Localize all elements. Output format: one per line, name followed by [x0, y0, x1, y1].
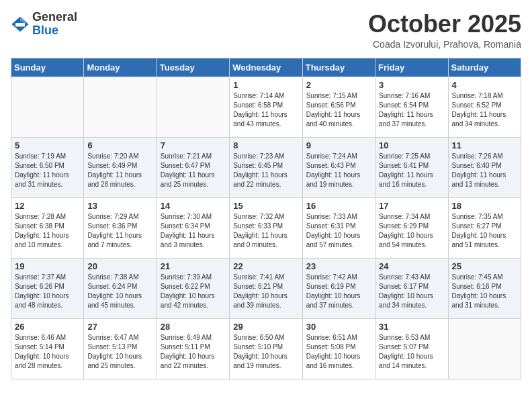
day-number: 1: [233, 80, 298, 90]
day-number: 27: [87, 322, 152, 332]
calendar-header-row: SundayMondayTuesdayWednesdayThursdayFrid…: [11, 58, 521, 77]
day-number: 14: [161, 201, 226, 211]
day-info: Sunrise: 7:45 AM Sunset: 6:16 PM Dayligh…: [452, 273, 517, 310]
calendar-week-row: 19Sunrise: 7:37 AM Sunset: 6:26 PM Dayli…: [11, 258, 521, 318]
day-info: Sunrise: 7:24 AM Sunset: 6:43 PM Dayligh…: [306, 152, 371, 189]
day-info: Sunrise: 7:26 AM Sunset: 6:40 PM Dayligh…: [452, 152, 517, 189]
calendar-cell: 9Sunrise: 7:24 AM Sunset: 6:43 PM Daylig…: [302, 137, 375, 197]
calendar-week-row: 12Sunrise: 7:28 AM Sunset: 6:38 PM Dayli…: [11, 197, 521, 258]
day-info: Sunrise: 7:32 AM Sunset: 6:33 PM Dayligh…: [233, 212, 298, 250]
day-info: Sunrise: 7:14 AM Sunset: 6:58 PM Dayligh…: [233, 91, 298, 129]
day-info: Sunrise: 7:35 AM Sunset: 6:27 PM Dayligh…: [452, 212, 517, 250]
calendar-cell: 24Sunrise: 7:43 AM Sunset: 6:17 PM Dayli…: [375, 258, 448, 318]
calendar-cell: 14Sunrise: 7:30 AM Sunset: 6:34 PM Dayli…: [157, 197, 229, 258]
day-info: Sunrise: 7:41 AM Sunset: 6:21 PM Dayligh…: [233, 273, 298, 310]
calendar-cell: 5Sunrise: 7:19 AM Sunset: 6:50 PM Daylig…: [11, 137, 84, 197]
calendar-header-sunday: Sunday: [11, 58, 84, 77]
day-info: Sunrise: 7:16 AM Sunset: 6:54 PM Dayligh…: [379, 91, 444, 129]
day-number: 23: [306, 261, 371, 271]
calendar-cell: 11Sunrise: 7:26 AM Sunset: 6:40 PM Dayli…: [448, 137, 521, 197]
day-number: 9: [306, 140, 371, 150]
calendar-cell: 22Sunrise: 7:41 AM Sunset: 6:21 PM Dayli…: [230, 258, 302, 318]
calendar-cell: 30Sunrise: 6:51 AM Sunset: 5:08 PM Dayli…: [302, 318, 375, 379]
day-number: 2: [306, 80, 371, 90]
calendar-cell: 6Sunrise: 7:20 AM Sunset: 6:49 PM Daylig…: [84, 137, 157, 197]
calendar-cell: 7Sunrise: 7:21 AM Sunset: 6:47 PM Daylig…: [157, 137, 229, 197]
day-info: Sunrise: 6:49 AM Sunset: 5:11 PM Dayligh…: [161, 333, 226, 371]
calendar-cell: 31Sunrise: 6:53 AM Sunset: 5:07 PM Dayli…: [375, 318, 448, 379]
day-info: Sunrise: 7:38 AM Sunset: 6:24 PM Dayligh…: [87, 273, 152, 310]
day-info: Sunrise: 7:34 AM Sunset: 6:29 PM Dayligh…: [379, 212, 444, 250]
day-info: Sunrise: 6:50 AM Sunset: 5:10 PM Dayligh…: [233, 333, 298, 371]
calendar-cell: 26Sunrise: 6:46 AM Sunset: 5:14 PM Dayli…: [11, 318, 84, 379]
calendar-cell: 19Sunrise: 7:37 AM Sunset: 6:26 PM Dayli…: [11, 258, 84, 318]
calendar-cell: 21Sunrise: 7:39 AM Sunset: 6:22 PM Dayli…: [157, 258, 229, 318]
calendar-cell: 23Sunrise: 7:42 AM Sunset: 6:19 PM Dayli…: [302, 258, 375, 318]
calendar-cell: 25Sunrise: 7:45 AM Sunset: 6:16 PM Dayli…: [448, 258, 521, 318]
day-number: 24: [379, 261, 444, 271]
calendar-header-tuesday: Tuesday: [157, 58, 229, 77]
calendar-cell: [84, 77, 157, 137]
day-number: 4: [452, 80, 517, 90]
day-info: Sunrise: 7:28 AM Sunset: 6:38 PM Dayligh…: [15, 212, 80, 250]
calendar-header-thursday: Thursday: [302, 58, 375, 77]
day-number: 10: [379, 140, 444, 150]
day-number: 16: [306, 201, 371, 211]
day-info: Sunrise: 7:20 AM Sunset: 6:49 PM Dayligh…: [87, 152, 152, 189]
day-info: Sunrise: 7:25 AM Sunset: 6:41 PM Dayligh…: [379, 152, 444, 189]
calendar-cell: 29Sunrise: 6:50 AM Sunset: 5:10 PM Dayli…: [230, 318, 302, 379]
day-number: 7: [161, 140, 226, 150]
calendar-cell: [11, 77, 84, 137]
calendar-cell: 17Sunrise: 7:34 AM Sunset: 6:29 PM Dayli…: [375, 197, 448, 258]
day-info: Sunrise: 7:37 AM Sunset: 6:26 PM Dayligh…: [15, 273, 80, 310]
day-number: 5: [15, 140, 80, 150]
calendar-week-row: 5Sunrise: 7:19 AM Sunset: 6:50 PM Daylig…: [11, 137, 521, 197]
day-info: Sunrise: 6:47 AM Sunset: 5:13 PM Dayligh…: [87, 333, 152, 371]
day-number: 26: [15, 322, 80, 332]
day-number: 15: [233, 201, 298, 211]
day-info: Sunrise: 7:19 AM Sunset: 6:50 PM Dayligh…: [15, 152, 80, 189]
calendar-week-row: 1Sunrise: 7:14 AM Sunset: 6:58 PM Daylig…: [11, 77, 521, 137]
logo-icon: [11, 15, 30, 34]
calendar-cell: 18Sunrise: 7:35 AM Sunset: 6:27 PM Dayli…: [448, 197, 521, 258]
calendar-cell: 20Sunrise: 7:38 AM Sunset: 6:24 PM Dayli…: [84, 258, 157, 318]
day-info: Sunrise: 7:43 AM Sunset: 6:17 PM Dayligh…: [379, 273, 444, 310]
day-number: 19: [15, 261, 80, 271]
svg-rect-2: [15, 23, 25, 27]
day-info: Sunrise: 6:53 AM Sunset: 5:07 PM Dayligh…: [379, 333, 444, 371]
day-number: 13: [87, 201, 152, 211]
day-number: 30: [306, 322, 371, 332]
day-number: 25: [452, 261, 517, 271]
calendar-cell: 1Sunrise: 7:14 AM Sunset: 6:58 PM Daylig…: [230, 77, 302, 137]
calendar-header-wednesday: Wednesday: [230, 58, 302, 77]
calendar-cell: [448, 318, 521, 379]
day-info: Sunrise: 7:18 AM Sunset: 6:52 PM Dayligh…: [452, 91, 517, 129]
day-info: Sunrise: 7:42 AM Sunset: 6:19 PM Dayligh…: [306, 273, 371, 310]
day-info: Sunrise: 7:30 AM Sunset: 6:34 PM Dayligh…: [161, 212, 226, 250]
calendar-header-saturday: Saturday: [448, 58, 521, 77]
calendar-cell: 28Sunrise: 6:49 AM Sunset: 5:11 PM Dayli…: [157, 318, 229, 379]
day-info: Sunrise: 7:15 AM Sunset: 6:56 PM Dayligh…: [306, 91, 371, 129]
calendar-cell: 10Sunrise: 7:25 AM Sunset: 6:41 PM Dayli…: [375, 137, 448, 197]
calendar-cell: 2Sunrise: 7:15 AM Sunset: 6:56 PM Daylig…: [302, 77, 375, 137]
calendar-cell: 13Sunrise: 7:29 AM Sunset: 6:36 PM Dayli…: [84, 197, 157, 258]
calendar-cell: 27Sunrise: 6:47 AM Sunset: 5:13 PM Dayli…: [84, 318, 157, 379]
day-number: 22: [233, 261, 298, 271]
day-info: Sunrise: 7:33 AM Sunset: 6:31 PM Dayligh…: [306, 212, 371, 250]
day-number: 20: [87, 261, 152, 271]
day-number: 21: [161, 261, 226, 271]
day-number: 3: [379, 80, 444, 90]
day-info: Sunrise: 7:21 AM Sunset: 6:47 PM Dayligh…: [161, 152, 226, 189]
day-number: 31: [379, 322, 444, 332]
day-info: Sunrise: 7:23 AM Sunset: 6:45 PM Dayligh…: [233, 152, 298, 189]
day-number: 6: [87, 140, 152, 150]
day-number: 12: [15, 201, 80, 211]
logo: General Blue: [11, 11, 77, 38]
day-info: Sunrise: 7:39 AM Sunset: 6:22 PM Dayligh…: [161, 273, 226, 310]
month-title: October 2025: [368, 11, 521, 38]
calendar-week-row: 26Sunrise: 6:46 AM Sunset: 5:14 PM Dayli…: [11, 318, 521, 379]
day-info: Sunrise: 7:29 AM Sunset: 6:36 PM Dayligh…: [87, 212, 152, 250]
day-info: Sunrise: 6:51 AM Sunset: 5:08 PM Dayligh…: [306, 333, 371, 371]
calendar-cell: 16Sunrise: 7:33 AM Sunset: 6:31 PM Dayli…: [302, 197, 375, 258]
title-block: October 2025 Coada Izvorului, Prahova, R…: [368, 11, 521, 50]
